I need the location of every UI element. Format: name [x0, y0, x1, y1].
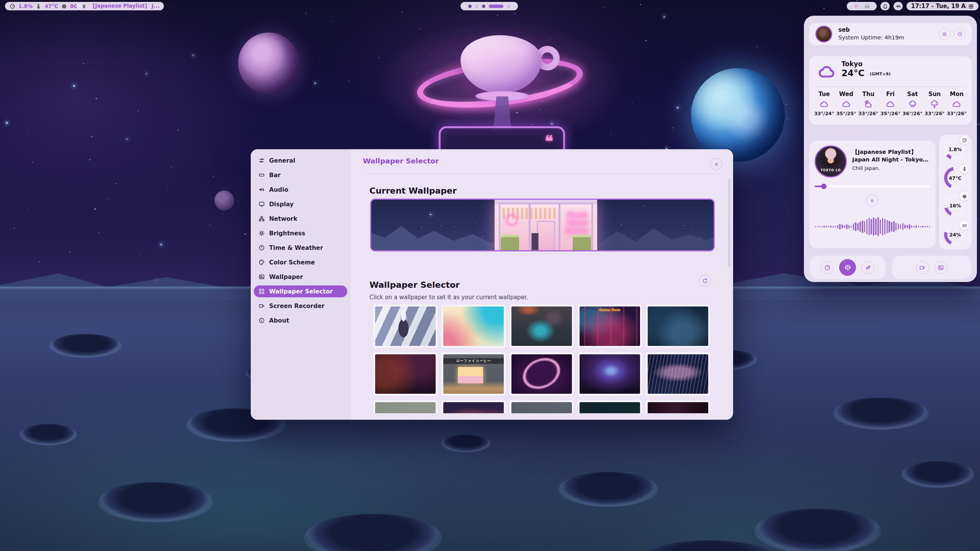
volume-button[interactable] — [893, 2, 903, 10]
star — [28, 209, 29, 210]
cafe-planter — [573, 235, 591, 250]
media-pill[interactable]: 【Japanese Playlist】 J... — [77, 2, 164, 10]
star — [305, 13, 306, 14]
app-launcher-button[interactable] — [966, 2, 975, 10]
pause-icon[interactable] — [81, 3, 87, 9]
wallpaper-thumb-pastel-gradient[interactable] — [441, 305, 506, 348]
tool-image[interactable] — [934, 261, 947, 274]
gauge-chip: 16% — [944, 194, 966, 217]
notifications-bell-icon — [882, 3, 888, 9]
sidebar-item-time-weather[interactable]: Time & Weather — [254, 242, 347, 254]
sidebar-item-label: Wallpaper Selector — [269, 288, 333, 295]
wallpaper-thumb-wave-mesh[interactable] — [646, 352, 710, 396]
star — [408, 210, 408, 211]
scrollbar-thumb[interactable] — [728, 179, 730, 267]
workspace-dot-2[interactable] — [475, 5, 479, 8]
day-temps: 33°/24° — [814, 111, 834, 116]
sidebar-item-bar[interactable]: Bar — [254, 169, 347, 181]
wallpaper-thumb-ember-forest[interactable] — [373, 352, 438, 396]
tool-video[interactable] — [916, 261, 929, 274]
star — [787, 118, 788, 119]
visualizer-bar — [848, 225, 849, 228]
wallpaper-thumb-nebula-forest[interactable] — [578, 352, 642, 396]
wallpaper-thumb-aurora-blur[interactable] — [510, 305, 574, 348]
wallpaper-thumb-snow-village[interactable] — [646, 305, 710, 348]
top-bar: 1.8% 47°C 8G 【Japanese Playlist】 J... 17… — [0, 0, 980, 12]
wallpaper-thumb-neon-arcade[interactable]: Game Over — [578, 305, 642, 348]
settings-button[interactable] — [939, 28, 950, 40]
volume-icon — [895, 3, 901, 9]
sidebar-item-brightness[interactable]: Brightness — [254, 227, 347, 239]
workspace-indicator — [461, 2, 518, 10]
sidebar-item-about[interactable]: About — [254, 315, 347, 326]
visualizer-bar — [822, 226, 823, 227]
workspace-dot-3[interactable] — [482, 5, 485, 8]
palette-icon — [258, 259, 265, 266]
moon-crater — [833, 398, 929, 430]
wallpaper-thumb-sage-flat[interactable] — [373, 400, 438, 413]
cafe-planter — [501, 235, 519, 250]
star — [69, 165, 69, 166]
wallpaper-thumb-purple-ring[interactable] — [510, 352, 574, 396]
visualizer-bar — [916, 225, 917, 228]
sidebar-item-label: Brightness — [269, 230, 305, 237]
sidebar-item-audio[interactable]: Audio — [254, 184, 347, 196]
seek-thumb[interactable] — [821, 184, 826, 189]
workspace-dot-1[interactable] — [468, 5, 472, 8]
visualizer-bar — [891, 222, 892, 231]
workspace-dot-5[interactable] — [507, 5, 510, 8]
refresh-button[interactable] — [699, 275, 711, 287]
visualizer-bar — [873, 217, 874, 236]
sun-cloud-icon — [864, 99, 873, 109]
tray-app-icon[interactable] — [853, 3, 859, 9]
banner-cafe-storefront: Fresh Moon Beans — [495, 200, 597, 250]
wallpaper-thumb-slate-flat[interactable] — [510, 400, 574, 413]
wallpaper-thumb-coral-dark[interactable] — [441, 400, 506, 413]
close-button[interactable] — [710, 158, 722, 170]
star — [383, 145, 384, 145]
sidebar-item-wallpaper[interactable]: Wallpaper — [254, 271, 347, 283]
star — [332, 66, 332, 67]
sidebar-item-screen-recorder[interactable]: Screen Recorder — [254, 300, 347, 312]
notifications-button[interactable] — [880, 2, 890, 10]
power-icon — [957, 31, 963, 37]
moon-crater — [49, 334, 122, 358]
wallpaper-thumb-lofi-cafe[interactable]: ローファイコーヒー — [441, 352, 506, 396]
sidebar-item-wallpaper-selector[interactable]: Wallpaper Selector — [254, 285, 347, 297]
settings-window: GeneralBarAudioDisplayNetworkBrightnessT… — [251, 149, 733, 420]
wallpaper-thumb-anime-street[interactable] — [373, 305, 438, 348]
play-pause-button[interactable] — [866, 194, 878, 207]
visualizer-bar — [877, 217, 879, 236]
wallpaper-thumb-teal-dark[interactable] — [578, 400, 642, 413]
profile-gauge[interactable] — [821, 261, 834, 274]
profile-scales[interactable] — [839, 259, 856, 276]
visualizer-bar — [884, 219, 885, 235]
seek-slider[interactable] — [815, 184, 930, 189]
sidebar-item-label: Screen Recorder — [269, 303, 325, 310]
sidebar-item-network[interactable]: Network — [254, 213, 347, 225]
visualizer-bar — [853, 223, 854, 230]
moon-crater — [559, 472, 658, 507]
profile-leaf[interactable] — [861, 261, 874, 274]
workspace-dot-4[interactable] — [489, 5, 503, 8]
chip-icon — [960, 192, 969, 201]
star — [645, 40, 647, 41]
sidebar-item-general[interactable]: General — [254, 155, 347, 166]
media-player-card: TOKYO LO 【Japanese Playlist】 Japan All N… — [809, 141, 936, 248]
sidebar-item-label: Audio — [269, 186, 288, 193]
tray-screenshot-icon[interactable] — [864, 3, 870, 9]
sidebar-item-display[interactable]: Display — [254, 198, 347, 210]
star — [627, 206, 628, 207]
wallpaper-image — [443, 402, 504, 413]
wallpaper-thumb-maroon-dark[interactable] — [646, 400, 710, 413]
album-art: TOKYO LO — [815, 145, 847, 178]
visualizer-bar — [862, 220, 863, 233]
sidebar-item-color-scheme[interactable]: Color Scheme — [254, 256, 347, 268]
visualizer-bar — [871, 219, 872, 235]
power-button[interactable] — [954, 28, 965, 40]
settings-sidebar: GeneralBarAudioDisplayNetworkBrightnessT… — [251, 149, 350, 420]
sidebar-item-label: Display — [269, 201, 294, 208]
star — [632, 103, 632, 104]
gauge-icon — [824, 264, 831, 271]
star — [475, 223, 476, 224]
